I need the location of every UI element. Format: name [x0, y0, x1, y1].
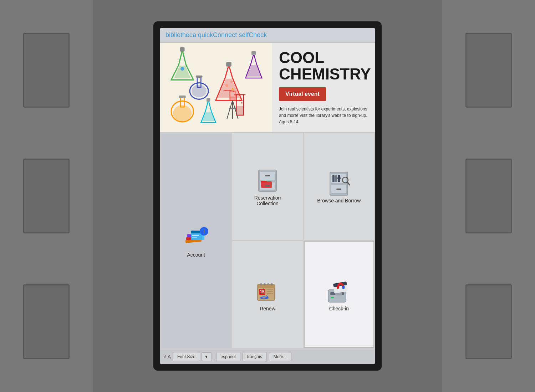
banner-text: COOL CHEMISTRY Virtual event Join real s… [272, 43, 375, 132]
svg-rect-73 [331, 297, 334, 298]
banner: COOL CHEMISTRY Virtual event Join real s… [160, 43, 375, 132]
renew-label: Renew [260, 306, 275, 311]
svg-rect-76 [337, 286, 339, 289]
screen-header: bibliotheca quickConnect selfCheck [160, 28, 375, 43]
svg-rect-51 [335, 175, 337, 182]
svg-rect-50 [332, 175, 335, 182]
reservation-icon [253, 166, 282, 195]
espanol-button[interactable]: español [216, 352, 240, 361]
svg-point-64 [271, 283, 273, 285]
side-slot-1 [23, 33, 70, 108]
svg-text:i: i [203, 228, 205, 234]
svg-rect-14 [207, 98, 210, 102]
svg-point-62 [264, 283, 266, 285]
virtual-event-button[interactable]: Virtual event [279, 87, 326, 101]
screen: bibliotheca quickConnect selfCheck [160, 28, 375, 364]
banner-image [160, 43, 272, 132]
svg-point-8 [225, 84, 228, 87]
svg-rect-77 [342, 286, 345, 289]
account-icon: i [182, 223, 210, 252]
svg-rect-57 [336, 189, 341, 190]
svg-rect-25 [230, 97, 235, 100]
side-slot-3 [23, 284, 70, 359]
svg-point-1 [180, 67, 184, 71]
browse-tile[interactable]: Browse and Borrow [304, 133, 374, 240]
svg-text:15: 15 [260, 289, 265, 294]
svg-rect-13 [179, 96, 186, 98]
svg-rect-43 [261, 181, 267, 182]
kiosk-body: bibliotheca quickConnect selfCheck [153, 21, 382, 371]
svg-rect-19 [251, 51, 256, 55]
svg-rect-2 [180, 47, 185, 52]
svg-rect-7 [226, 62, 231, 66]
svg-rect-39 [265, 175, 270, 176]
svg-rect-32 [192, 237, 197, 238]
svg-rect-52 [338, 175, 340, 182]
account-tile[interactable]: i Account [161, 133, 231, 348]
svg-point-11 [173, 105, 192, 122]
svg-rect-23 [229, 108, 236, 109]
chemistry-illustration [160, 43, 272, 132]
svg-point-17 [239, 99, 241, 101]
side-slot-5 [465, 159, 512, 233]
svg-rect-6 [196, 76, 203, 78]
banner-heading: COOL CHEMISTRY [279, 50, 368, 82]
browse-icon [325, 169, 353, 198]
svg-point-4 [192, 85, 207, 97]
left-panel [0, 0, 93, 392]
renew-icon: 15 [253, 277, 282, 306]
reservation-tile[interactable]: ReservationCollection [232, 133, 302, 240]
renew-tile[interactable]: 15 Renew [232, 241, 302, 348]
font-size-icon-large: A [168, 354, 171, 360]
svg-rect-16 [236, 106, 244, 115]
side-slot-4 [465, 33, 512, 108]
browse-label: Browse and Borrow [317, 198, 361, 203]
checkin-label: Check-in [329, 306, 349, 311]
more-button[interactable]: More... [269, 352, 291, 361]
font-size-icon: A [164, 355, 167, 359]
svg-point-18 [241, 102, 243, 104]
svg-point-63 [267, 283, 269, 285]
svg-point-61 [260, 283, 262, 285]
kiosk-frame: bibliotheca quickConnect selfCheck [0, 0, 535, 392]
checkin-icon [325, 277, 353, 306]
banner-description: Join real scientists for experiments, ex… [279, 106, 368, 125]
font-size-decrease[interactable]: ▼ [201, 352, 212, 361]
footer-bar: A A Font Size ▼ español français More... [160, 349, 375, 364]
menu-grid: i Account [160, 132, 375, 349]
font-size-button[interactable]: Font Size [173, 352, 200, 361]
reservation-label: ReservationCollection [254, 195, 281, 206]
svg-rect-78 [335, 293, 342, 295]
side-slot-2 [23, 159, 70, 233]
svg-rect-31 [192, 235, 199, 236]
font-size-group: A A Font Size ▼ [164, 352, 212, 361]
svg-point-9 [230, 81, 233, 83]
svg-rect-44 [265, 185, 270, 186]
francais-button[interactable]: français [243, 352, 267, 361]
side-slot-6 [465, 284, 512, 359]
account-label: Account [187, 252, 205, 258]
app-title: bibliotheca quickConnect selfCheck [165, 31, 267, 38]
right-panel [442, 0, 535, 392]
checkin-tile[interactable]: Check-in [304, 241, 374, 348]
